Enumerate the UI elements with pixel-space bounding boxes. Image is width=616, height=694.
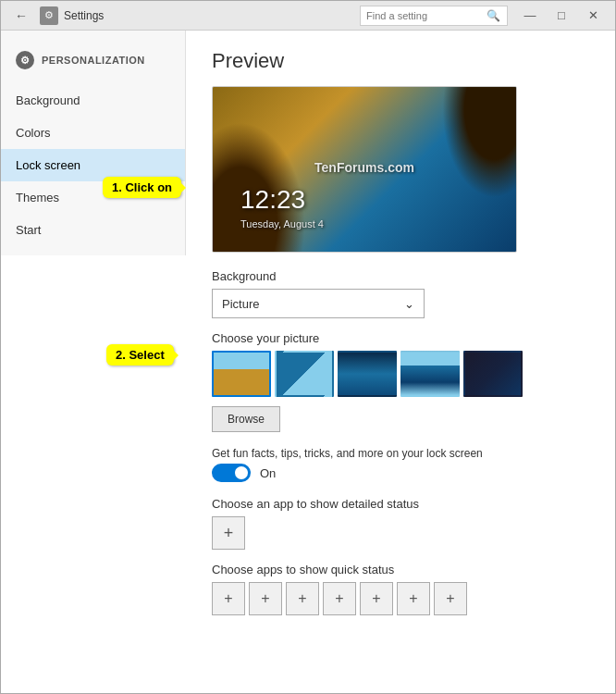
quick-status-label: Choose apps to show quick status [212,563,589,576]
detailed-status-add-button[interactable]: + [212,516,245,550]
sidebar-wrapper: ⚙ PERSONALIZATION Background Colors Lock… [1,31,186,693]
sidebar: ⚙ PERSONALIZATION Background Colors Lock… [1,31,186,255]
picture-thumb-4[interactable] [400,351,460,397]
detailed-status-section: Choose an app to show detailed status + [212,497,589,550]
back-button[interactable]: ← [8,3,34,29]
background-label: Background [212,269,589,283]
main-content: Preview TenForums.com 12:23 Tuesday, Aug… [186,31,615,693]
picture-thumb-5[interactable] [463,351,523,397]
quick-status-btn-4[interactable]: + [323,582,356,615]
sidebar-item-start[interactable]: Start [1,214,185,246]
toggle-row: On [212,464,589,482]
background-dropdown[interactable]: Picture ⌄ [212,289,425,318]
preview-cave-right [442,87,516,198]
window-title: Settings [64,9,360,22]
sidebar-header: ⚙ PERSONALIZATION [1,40,185,84]
titlebar: ← ⚙ Settings 🔍 — □ ✕ [1,1,615,31]
window-controls: — □ ✕ [515,3,608,29]
section-title: Preview [212,49,589,73]
content-area: ⚙ PERSONALIZATION Background Colors Lock… [1,31,615,693]
personalization-icon: ⚙ [16,51,34,69]
picture-grid [212,351,589,397]
quick-status-btn-7[interactable]: + [434,582,467,615]
fun-facts-label: Get fun facts, tips, tricks, and more on… [212,447,589,460]
search-input[interactable] [366,10,487,21]
toggle-state-label: On [260,466,276,480]
chevron-down-icon: ⌄ [404,297,414,311]
callout-1: 1. Click on [103,177,181,198]
maximize-button[interactable]: □ [547,3,576,29]
search-icon: 🔍 [487,9,500,22]
lock-screen-preview: TenForums.com 12:23 Tuesday, August 4 [212,86,517,253]
detailed-status-label: Choose an app to show detailed status [212,497,589,511]
sidebar-section-title: PERSONALIZATION [42,55,145,66]
callout-2: 2. Select [106,344,174,366]
quick-status-btn-6[interactable]: + [397,582,430,615]
quick-status-btn-5[interactable]: + [360,582,393,615]
quick-status-btn-1[interactable]: + [212,582,245,615]
settings-window: ← ⚙ Settings 🔍 — □ ✕ ⚙ PERSONALIZATION B… [0,0,616,694]
settings-icon: ⚙ [40,6,58,25]
picture-thumb-2[interactable] [275,351,334,397]
preview-watermark: TenForums.com [314,160,414,175]
preview-date: Tuesday, August 4 [240,218,324,229]
search-box[interactable]: 🔍 [360,6,508,26]
sidebar-item-background[interactable]: Background [1,84,185,117]
close-button[interactable]: ✕ [578,3,608,29]
quick-status-btn-2[interactable]: + [249,582,282,615]
minimize-button[interactable]: — [515,3,545,29]
quick-status-row: + + + + + + + [212,582,589,615]
picture-thumb-1[interactable] [212,351,271,397]
browse-button[interactable]: Browse [212,406,280,432]
sidebar-item-colors[interactable]: Colors [1,117,185,149]
preview-time: 12:23 [240,185,305,215]
choose-picture-label: Choose your picture [212,331,589,345]
fun-facts-toggle[interactable] [212,464,251,482]
quick-status-btn-3[interactable]: + [286,582,319,615]
picture-thumb-3[interactable] [338,351,397,397]
background-value: Picture [222,297,259,311]
quick-status-section: Choose apps to show quick status + + + +… [212,563,589,615]
